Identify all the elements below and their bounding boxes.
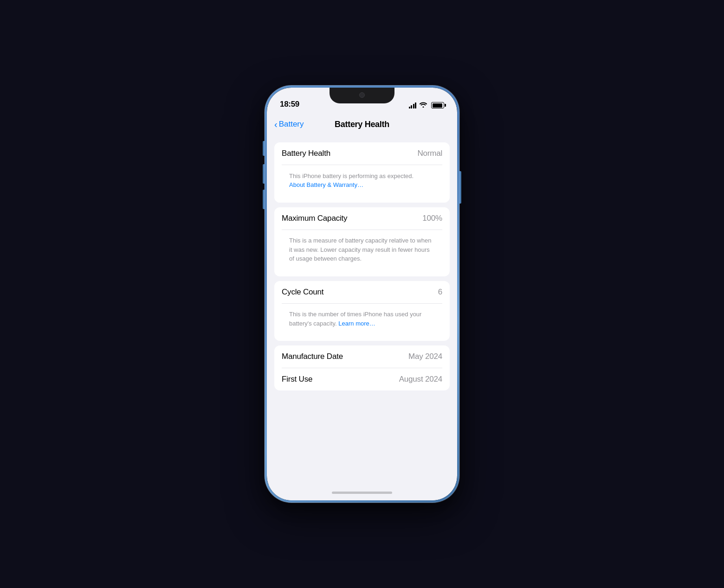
first-use-value: August 2024	[399, 375, 442, 384]
cycle-count-card: Cycle Count 6 This is the number of time…	[274, 281, 450, 341]
manufacture-date-label: Manufacture Date	[282, 352, 343, 361]
first-use-row: First Use August 2024	[274, 368, 450, 390]
content-area: Battery Health Normal This iPhone batter…	[267, 136, 457, 485]
cycle-count-value: 6	[438, 288, 442, 297]
maximum-capacity-desc-text: This is a measure of battery capacity re…	[282, 236, 442, 270]
cycle-count-row: Cycle Count 6	[274, 281, 450, 303]
learn-more-link[interactable]: Learn more…	[338, 320, 375, 327]
maximum-capacity-row: Maximum Capacity 100%	[274, 207, 450, 230]
phone-shell: 18:59	[265, 85, 459, 503]
wifi-icon	[420, 102, 427, 109]
maximum-capacity-value: 100%	[422, 214, 442, 223]
status-time: 18:59	[280, 100, 299, 109]
first-use-label: First Use	[282, 375, 312, 384]
notch	[330, 88, 394, 103]
silent-button[interactable]	[263, 141, 265, 156]
scene: 18:59	[0, 0, 724, 588]
chevron-left-icon: ‹	[274, 120, 278, 129]
battery-health-description: This iPhone battery is performing as exp…	[274, 165, 450, 203]
page-title: Battery Health	[335, 120, 389, 129]
cycle-count-label: Cycle Count	[282, 288, 323, 297]
battery-health-card: Battery Health Normal This iPhone batter…	[274, 142, 450, 203]
battery-health-row: Battery Health Normal	[274, 142, 450, 165]
dates-card: Manufacture Date May 2024 First Use Augu…	[274, 345, 450, 390]
battery-health-label: Battery Health	[282, 149, 330, 158]
battery-warranty-link[interactable]: About Battery & Warranty…	[289, 181, 363, 188]
volume-down-button[interactable]	[263, 190, 265, 209]
nav-header: ‹ Battery Battery Health	[267, 113, 457, 136]
manufacture-date-row: Manufacture Date May 2024	[274, 345, 450, 368]
volume-up-button[interactable]	[263, 164, 265, 184]
battery-health-value: Normal	[417, 149, 442, 158]
screen: 18:59	[267, 88, 457, 500]
maximum-capacity-card: Maximum Capacity 100% This is a measure …	[274, 207, 450, 276]
home-indicator	[267, 485, 457, 500]
battery-status-icon	[431, 102, 444, 109]
back-label: Battery	[279, 120, 304, 129]
back-button[interactable]: ‹ Battery	[274, 120, 304, 129]
signal-icon	[409, 102, 417, 109]
cycle-count-desc-text: This is the number of times iPhone has u…	[282, 310, 442, 334]
maximum-capacity-description: This is a measure of battery capacity re…	[274, 230, 450, 276]
home-bar	[332, 492, 392, 494]
maximum-capacity-label: Maximum Capacity	[282, 214, 347, 223]
battery-health-desc-text: This iPhone battery is performing as exp…	[282, 172, 442, 196]
cycle-count-description: This is the number of times iPhone has u…	[274, 303, 450, 341]
manufacture-date-value: May 2024	[408, 352, 442, 361]
status-icons	[409, 102, 445, 109]
power-button[interactable]	[459, 171, 461, 204]
camera	[359, 92, 365, 98]
phone-inner: 18:59	[267, 88, 457, 500]
